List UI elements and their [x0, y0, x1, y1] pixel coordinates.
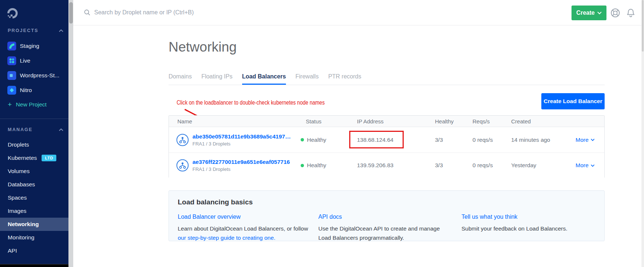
column-header-status: Status: [306, 116, 322, 127]
sidebar: PROJECTS Staging Live: [0, 0, 68, 267]
tab-firewalls[interactable]: Firewalls: [296, 69, 319, 85]
sidebar-item-images[interactable]: Images: [0, 204, 68, 218]
lb-ip-address: 139.59.206.83: [357, 162, 393, 169]
lb-region-droplets: FRA1 / 3 Droplets: [192, 166, 290, 172]
healthy-status-dot: [301, 164, 304, 167]
more-menu-button[interactable]: More: [576, 137, 595, 143]
manage-section-header[interactable]: MANAGE: [8, 127, 63, 132]
column-header-reqs: Reqs/s: [473, 116, 490, 127]
step-by-step-guide-link[interactable]: our step-by-step guide to creating one.: [178, 235, 275, 241]
sidebar-scrollbar-thumb[interactable]: [69, 2, 73, 24]
digitalocean-logo-icon[interactable]: [6, 7, 19, 21]
manage-label: Spaces: [8, 194, 27, 201]
manage-list: Droplets Kubernetes LTD Volumes Database…: [0, 138, 68, 257]
table-row[interactable]: ae376ff22770011e9a651e6eaf057716 FRA1 / …: [169, 152, 604, 178]
lb-region-droplets: FRA1 / 3 Droplets: [192, 141, 291, 147]
tab-domains[interactable]: Domains: [169, 69, 192, 85]
healthy-status-dot: [301, 138, 304, 141]
new-project-button[interactable]: + New Project: [0, 98, 68, 112]
tab-load-balancers[interactable]: Load Balancers: [242, 69, 286, 85]
chevron-up-icon[interactable]: [59, 28, 63, 33]
status-label: Healthy: [307, 137, 326, 143]
manage-label: Images: [8, 208, 26, 214]
main-content: Networking Domains Floating IPs Load Bal…: [73, 25, 644, 267]
manage-label: API: [8, 247, 17, 254]
sidebar-item-volumes[interactable]: Volumes: [0, 165, 68, 178]
search-area: [84, 0, 271, 25]
sidebar-item-droplets[interactable]: Droplets: [0, 138, 68, 151]
lb-created: Yesterday: [511, 162, 536, 169]
manage-label: Volumes: [8, 168, 29, 175]
project-nitro-icon: [7, 86, 16, 95]
column-header-name: Name: [177, 116, 192, 127]
sidebar-item-networking[interactable]: Networking: [0, 218, 68, 231]
notifications-bell-icon[interactable]: [625, 7, 636, 18]
table-row[interactable]: abe350e05781d11e9b3689a5c4197… FRA1 / 3 …: [169, 127, 604, 152]
basics-column-feedback: Tell us what you think Submit your feedb…: [461, 214, 601, 233]
table-header: Name Status IP Address Healthy Reqs/s Cr…: [169, 116, 604, 127]
create-button[interactable]: Create: [572, 6, 606, 20]
sidebar-bottom-strip: [0, 264, 68, 267]
basics-text: Submit your feedback on Load Balancers.: [461, 225, 567, 232]
create-load-balancer-button[interactable]: Create Load Balancer: [541, 93, 605, 109]
sidebar-item-wordpress[interactable]: Wordpress-St...: [0, 68, 68, 83]
basics-column-overview: Load Balancer overview Learn about Digit…: [178, 214, 319, 242]
support-lifebuoy-icon[interactable]: [610, 7, 621, 18]
sidebar-item-api[interactable]: API: [0, 244, 68, 257]
api-docs-link[interactable]: API docs: [318, 214, 445, 220]
lb-reqs: 0 reqs/s: [473, 162, 493, 169]
manage-label: Droplets: [8, 141, 29, 148]
load-balancing-basics-panel: Load balancing basics Load Balancer over…: [169, 190, 605, 241]
sidebar-scrollbar[interactable]: [68, 0, 73, 267]
lb-name-link[interactable]: abe350e05781d11e9b3689a5c4197…: [192, 133, 291, 140]
project-wordpress-icon: [7, 71, 16, 80]
basics-column-api: API docs Use the DigitalOcean API to cre…: [318, 214, 445, 242]
more-menu-button[interactable]: More: [576, 162, 595, 169]
sidebar-item-databases[interactable]: Databases: [0, 178, 68, 191]
project-label: Live: [20, 57, 30, 64]
sidebar-item-nitro[interactable]: Nitro: [0, 83, 68, 98]
sidebar-item-spaces[interactable]: Spaces: [0, 191, 68, 204]
page-scrollbar-thumb[interactable]: [642, 0, 644, 52]
status-label: Healthy: [307, 162, 326, 169]
column-header-created: Created: [511, 116, 531, 127]
load-balancer-icon: [176, 159, 189, 172]
sidebar-item-kubernetes[interactable]: Kubernetes LTD: [0, 151, 68, 165]
tab-floating-ips[interactable]: Floating IPs: [201, 69, 232, 85]
sidebar-item-monitoring[interactable]: Monitoring: [0, 231, 68, 244]
manage-label: Databases: [8, 181, 35, 188]
lb-name-link[interactable]: ae376ff22770011e9a651e6eaf057716: [192, 159, 290, 165]
manage-label: Kubernetes: [8, 155, 37, 161]
lb-created: 14 minutes ago: [511, 137, 550, 143]
sidebar-item-staging[interactable]: Staging: [0, 39, 68, 53]
load-balancer-overview-link[interactable]: Load Balancer overview: [178, 214, 319, 220]
lb-healthy-count: 3/3: [435, 137, 443, 143]
load-balancer-icon: [176, 134, 189, 146]
networking-tabs: Domains Floating IPs Load Balancers Fire…: [169, 69, 605, 85]
create-button-label: Create: [576, 10, 595, 16]
manage-label: Networking: [8, 221, 39, 228]
projects-list: Staging Live Wordpress-St...: [0, 39, 68, 98]
manage-label: Monitoring: [8, 234, 34, 241]
chevron-up-icon[interactable]: [59, 127, 63, 132]
projects-section-header[interactable]: PROJECTS: [8, 28, 63, 33]
tab-ptr-records[interactable]: PTR records: [328, 69, 361, 85]
ltd-badge: LTD: [42, 155, 56, 161]
search-icon: [84, 9, 91, 16]
chevron-down-icon: [591, 164, 595, 167]
annotation-text: Click on the loadbalancer to double-chec…: [177, 99, 325, 106]
sidebar-item-live[interactable]: Live: [0, 53, 68, 68]
basics-text: Learn about DigitalOcean Load Balancers,…: [178, 225, 308, 232]
chevron-down-icon: [591, 138, 595, 141]
page-title: Networking: [169, 39, 237, 55]
plus-icon: +: [8, 101, 12, 109]
lb-reqs: 0 reqs/s: [473, 137, 493, 143]
column-header-ip: IP Address: [357, 116, 383, 127]
lb-ip-address: 138.68.124.64: [357, 137, 393, 143]
project-staging-icon: [7, 42, 16, 50]
page-scrollbar[interactable]: [641, 0, 644, 267]
search-input[interactable]: [94, 9, 271, 16]
basics-title: Load balancing basics: [178, 198, 253, 206]
manage-header-label: MANAGE: [8, 127, 33, 132]
feedback-link[interactable]: Tell us what you think: [461, 214, 601, 220]
